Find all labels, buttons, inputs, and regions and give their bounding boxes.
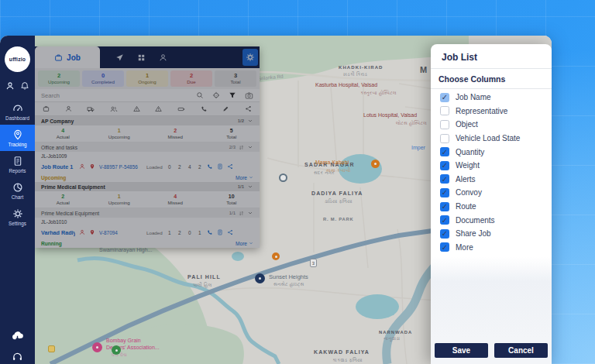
logo-text: uffizio [9, 57, 26, 62]
column-option-label: Convoy [456, 188, 482, 197]
checkbox[interactable] [440, 242, 449, 252]
sidebar-item-label: Tracking [9, 142, 27, 147]
save-button[interactable]: Save [435, 343, 488, 358]
sidebar-item-dashboard[interactable]: Dashboard [0, 98, 35, 125]
column-option-quantity[interactable]: Quantity [435, 145, 547, 159]
sidebar-item-label: Chart [12, 194, 23, 200]
checkbox[interactable] [440, 174, 449, 184]
column-option-route[interactable]: Route [435, 200, 547, 214]
modal-dim-overlay [35, 46, 260, 248]
sidebar-item-chart[interactable]: Chart [0, 177, 35, 204]
app-logo[interactable]: uffizio [5, 46, 30, 72]
sidebar: uffizio Dashboard Tracking Reports Chart [0, 36, 35, 364]
pin-user-icon [12, 129, 23, 140]
gear-icon [12, 208, 23, 219]
column-option-documents[interactable]: Documents [435, 213, 547, 227]
drawer-spacer [431, 257, 552, 338]
checkbox[interactable] [440, 202, 449, 211]
checkbox[interactable] [440, 188, 449, 197]
column-option-label: Documents [456, 216, 495, 225]
checkbox[interactable] [440, 229, 449, 239]
pie-chart-icon [12, 182, 23, 193]
checkbox[interactable] [440, 147, 449, 156]
checkbox[interactable] [440, 120, 449, 129]
column-option-convoy[interactable]: Convoy [435, 186, 547, 200]
sidebar-item-label: Dashboard [5, 115, 29, 121]
column-option-label: More [456, 243, 473, 252]
column-option-more[interactable]: More [435, 241, 547, 255]
checkbox[interactable] [440, 215, 449, 225]
sidebar-item-settings[interactable]: Settings [0, 204, 35, 230]
column-option-label: Object [456, 120, 478, 129]
sidebar-item-tracking[interactable]: Tracking [0, 125, 35, 151]
job-list-drawer: Job List Choose Columns Job Name Represe… [431, 44, 552, 364]
column-option-share-job[interactable]: Share Job [435, 227, 547, 241]
column-option-object[interactable]: Object [435, 118, 547, 132]
column-option-label: Job Name [456, 93, 491, 101]
checkbox[interactable] [440, 161, 449, 170]
drawer-title: Job List [431, 44, 552, 68]
sidebar-item-reports[interactable]: Reports [0, 151, 35, 177]
gauge-icon [12, 103, 23, 114]
column-option-label: Weight [456, 161, 480, 170]
bell-icon[interactable] [20, 81, 29, 91]
column-option-label: Share Job [456, 229, 491, 238]
sidebar-item-label: Settings [9, 221, 26, 226]
column-option-alerts[interactable]: Alerts [435, 173, 547, 187]
column-option-weight[interactable]: Weight [435, 159, 547, 173]
column-option-job-name[interactable]: Job Name [435, 91, 547, 105]
column-option-label: Vehicle Load State [456, 134, 520, 143]
cancel-button[interactable]: Cancel [494, 343, 548, 358]
user-icon[interactable] [5, 81, 15, 91]
checkbox[interactable] [440, 134, 449, 143]
drawer-actions: Save Cancel [431, 338, 552, 364]
cloud-download-icon[interactable] [11, 330, 24, 343]
column-option-vehicle-load-state[interactable]: Vehicle Load State [435, 132, 547, 146]
job-list-panel: Job 2Upcoming 0Completed 1Ongoing 2Due 3… [35, 46, 260, 248]
choose-columns-heading: Choose Columns [431, 69, 552, 88]
column-option-label: Quantity [456, 148, 484, 156]
checkbox[interactable] [440, 106, 449, 115]
column-checkbox-list: Job Name Representative Object Vehicle L… [431, 89, 552, 257]
sidebar-item-label: Reports [9, 168, 26, 173]
column-option-label: Alerts [456, 175, 476, 184]
checkbox[interactable] [440, 93, 449, 102]
sidebar-nav: Dashboard Tracking Reports Chart Setting… [0, 98, 35, 230]
column-option-representative[interactable]: Representative [435, 105, 547, 118]
column-option-label: Representative [456, 107, 507, 115]
headset-icon[interactable] [12, 351, 23, 362]
column-option-label: Route [456, 202, 476, 211]
document-icon [12, 156, 23, 167]
app-window: Srilanka Rd KHADKI-KIRAD ખડકી કિરાડ M Ka… [0, 36, 552, 364]
